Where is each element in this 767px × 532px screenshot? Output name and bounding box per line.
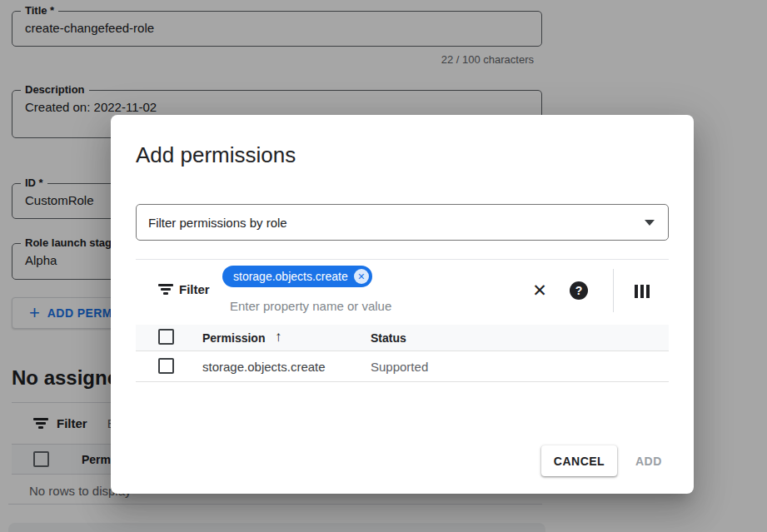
table-row: storage.objects.create Supported bbox=[136, 351, 669, 382]
columns-icon bbox=[635, 285, 650, 298]
status-column-header: Status bbox=[371, 331, 406, 345]
filter-chip-storage-objects-create[interactable]: storage.objects.create ✕ bbox=[222, 266, 372, 287]
create-role-screen: Title * create-changefeed-role 22 / 100 … bbox=[0, 0, 767, 532]
chevron-down-icon bbox=[645, 220, 655, 226]
select-all-checkbox[interactable] bbox=[158, 329, 174, 345]
clear-filters-icon[interactable]: ✕ bbox=[528, 279, 551, 302]
add-permissions-dialog: Add permissions Filter permissions by ro… bbox=[111, 115, 694, 494]
help-icon[interactable]: ? bbox=[570, 281, 588, 300]
filter-permissions-by-role-dropdown[interactable]: Filter permissions by role bbox=[136, 204, 669, 241]
filter-chip-text: storage.objects.create bbox=[233, 270, 348, 283]
row-checkbox[interactable] bbox=[158, 358, 174, 374]
chip-remove-icon[interactable]: ✕ bbox=[354, 269, 369, 284]
sort-ascending-icon[interactable]: ↑ bbox=[275, 329, 282, 346]
status-cell: Supported bbox=[371, 360, 428, 374]
permission-cell: storage.objects.create bbox=[202, 360, 326, 374]
permission-column-header[interactable]: Permission bbox=[202, 331, 265, 345]
column-display-options-icon[interactable] bbox=[631, 282, 653, 301]
filter-icon bbox=[158, 284, 173, 295]
cancel-button[interactable]: CANCEL bbox=[541, 445, 617, 476]
dialog-title: Add permissions bbox=[136, 142, 296, 168]
add-button[interactable]: ADD bbox=[635, 445, 662, 476]
dropdown-value: Filter permissions by role bbox=[148, 216, 645, 230]
vertical-divider bbox=[613, 269, 614, 312]
divider bbox=[136, 259, 669, 260]
permissions-table-header: Permission ↑ Status bbox=[136, 325, 669, 351]
filter-label: Filter bbox=[179, 282, 210, 296]
filter-input[interactable]: Enter property name or value bbox=[230, 299, 391, 313]
